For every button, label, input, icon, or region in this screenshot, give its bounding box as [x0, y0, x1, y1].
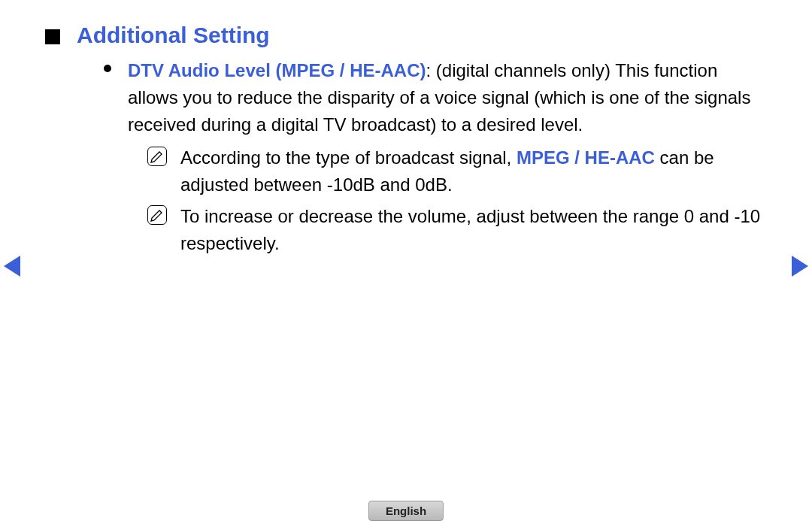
- setting-item: DTV Audio Level (MPEG / HE-AAC): (digita…: [104, 57, 767, 138]
- dot-bullet-icon: [104, 65, 111, 72]
- arrow-right-icon: [792, 256, 808, 277]
- square-bullet-icon: [45, 29, 60, 44]
- note-icon: [147, 147, 167, 166]
- setting-item-text: DTV Audio Level (MPEG / HE-AAC): (digita…: [128, 57, 767, 138]
- note-pre: To increase or decrease the volume, adju…: [180, 206, 760, 253]
- heading-row: Additional Setting: [45, 23, 767, 48]
- page-heading: Additional Setting: [77, 23, 270, 48]
- note-text: To increase or decrease the volume, adju…: [180, 203, 767, 257]
- note-row: To increase or decrease the volume, adju…: [147, 203, 767, 257]
- nav-prev-button[interactable]: [4, 256, 20, 277]
- note-highlight: MPEG / HE-AAC: [517, 147, 655, 168]
- note-pre: According to the type of broadcast signa…: [180, 147, 517, 168]
- note-row: According to the type of broadcast signa…: [147, 144, 767, 198]
- language-badge[interactable]: English: [368, 501, 444, 521]
- note-icon: [147, 205, 167, 225]
- nav-next-button[interactable]: [792, 256, 808, 277]
- arrow-left-icon: [4, 256, 20, 277]
- note-text: According to the type of broadcast signa…: [180, 144, 767, 198]
- setting-item-label: DTV Audio Level (MPEG / HE-AAC): [128, 60, 426, 80]
